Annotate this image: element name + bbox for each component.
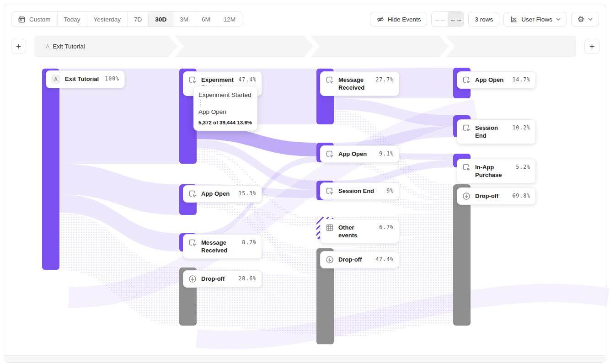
date-range-3m[interactable]: 3M xyxy=(173,12,195,27)
chevron-separator-icon xyxy=(442,36,452,57)
eye-off-icon xyxy=(376,16,384,23)
flow-node-percent: 69.8% xyxy=(512,192,530,200)
flow-node-percent: 47.4% xyxy=(238,76,257,84)
flow-node-percent: 6.7% xyxy=(379,224,394,231)
cursor-click-icon xyxy=(188,76,197,84)
flow-node-label: Drop-off xyxy=(475,192,508,200)
chart-type-label: User Flows xyxy=(521,16,552,23)
date-range-7d[interactable]: 7D xyxy=(127,12,148,27)
flow-node-c3-drop-off[interactable]: Drop-off47.4% xyxy=(320,251,399,268)
step-event-name: Exit Tutorial xyxy=(53,43,85,50)
flow-step-header: A Exit Tutorial xyxy=(34,36,576,57)
flow-node-c2-message-received[interactable]: Message Received8.7% xyxy=(183,234,262,259)
flow-node-percent: 10.2% xyxy=(512,124,530,132)
date-range-today[interactable]: Today xyxy=(57,12,87,27)
cursor-click-icon xyxy=(462,76,471,84)
flow-bar-c4-drop-off[interactable] xyxy=(453,184,471,326)
flow-node-percent: 100% xyxy=(105,75,119,83)
flow-node-c1-exit-tutorial[interactable]: AExit Tutorial100% xyxy=(46,70,125,88)
drop-off-icon xyxy=(326,256,334,264)
flow-node-c3-app-open[interactable]: App Open9.1% xyxy=(320,145,399,163)
flow-node-percent: 5.2% xyxy=(516,163,530,171)
flow-node-label: App Open xyxy=(201,190,234,198)
flow-node-percent: 9.1% xyxy=(379,150,394,158)
date-range-label: Custom xyxy=(29,16,51,23)
rows-button[interactable]: 3 rows xyxy=(468,12,499,27)
horizontal-scrollbar-track[interactable] xyxy=(4,355,605,362)
date-range-30d[interactable]: 30D xyxy=(148,12,173,27)
flow-node-label: Message Received xyxy=(338,76,371,91)
step-letter: A xyxy=(46,43,49,50)
plus-icon: + xyxy=(16,42,21,52)
flow-node-percent: 27.7% xyxy=(375,76,394,84)
flow-link-tooltip: Experiment Started App Open 5,372 of 39,… xyxy=(193,86,257,131)
flow-node-c3-message-received[interactable]: Message Received27.7% xyxy=(320,71,399,96)
flow-node-c4-in-app-purchase[interactable]: In-App Purchase5.2% xyxy=(457,159,536,183)
flow-node-label: Session End xyxy=(475,124,508,139)
tooltip-source-event: Experiment Started xyxy=(198,91,252,99)
other-events-icon xyxy=(326,224,334,232)
flow-node-percent: 8.7% xyxy=(242,239,257,246)
collapse-columns-button[interactable]: →← xyxy=(432,12,448,27)
chart-type-dropdown[interactable]: User Flows xyxy=(503,12,567,27)
add-step-right-button[interactable]: + xyxy=(584,39,599,54)
flow-node-c4-drop-off[interactable]: Drop-off69.8% xyxy=(457,187,536,205)
flow-node-label: Drop-off xyxy=(201,275,234,283)
cursor-click-icon xyxy=(462,124,471,132)
user-flows-icon xyxy=(510,16,518,23)
flow-node-c4-session-end[interactable]: Session End10.2% xyxy=(457,119,536,144)
chevron-separator-icon xyxy=(306,36,316,57)
flow-node-percent: 14.7% xyxy=(512,76,530,84)
flow-node-c3-other-events[interactable]: Other events6.7% xyxy=(320,219,399,244)
cursor-click-icon xyxy=(188,239,197,247)
gear-icon: ⚙ xyxy=(578,16,584,23)
expand-columns-button[interactable]: ←→ xyxy=(448,12,464,27)
flow-node-label: Other events xyxy=(338,224,375,239)
flow-node-percent: 9% xyxy=(386,187,394,195)
flow-node-percent: 28.6% xyxy=(238,275,257,283)
date-range-6m[interactable]: 6M xyxy=(195,12,217,27)
drop-off-icon xyxy=(188,275,197,283)
plus-icon: + xyxy=(589,42,594,52)
date-range-12m[interactable]: 12M xyxy=(217,12,242,27)
rows-label: 3 rows xyxy=(475,16,493,23)
flow-bar-c1-exit-tutorial[interactable] xyxy=(42,69,59,270)
chevron-down-icon xyxy=(556,18,561,21)
flow-node-c4-app-open[interactable]: App Open14.7% xyxy=(457,71,536,89)
settings-dropdown[interactable]: ⚙ xyxy=(571,12,599,27)
step-separators xyxy=(34,36,576,57)
flow-node-label: In-App Purchase xyxy=(475,163,511,179)
step-1-label[interactable]: A Exit Tutorial xyxy=(46,36,85,57)
flow-node-label: Exit Tutorial xyxy=(65,75,100,83)
tooltip-target-event: App Open xyxy=(198,108,252,116)
cursor-click-icon xyxy=(326,187,334,195)
flow-node-label: Session End xyxy=(338,187,382,195)
flow-node-c3-session-end[interactable]: Session End9% xyxy=(320,182,399,200)
flow-node-percent: 47.4% xyxy=(375,256,394,263)
tooltip-stat: 5,372 of 39,444 13.6% xyxy=(198,120,252,125)
chevron-separator-icon xyxy=(171,36,181,57)
cursor-click-icon xyxy=(326,150,334,158)
flow-node-label: Drop-off xyxy=(338,256,371,263)
step-letter-badge: A xyxy=(51,75,60,84)
tooltip-connector xyxy=(200,100,201,107)
flow-node-c2-app-open[interactable]: App Open15.3% xyxy=(183,185,262,203)
toolbar-right-group: Hide Events →← ←→ 3 rows User Flows ⚙ xyxy=(370,11,599,27)
add-step-left-button[interactable]: + xyxy=(11,39,26,54)
flow-node-c2-drop-off[interactable]: Drop-off28.6% xyxy=(183,270,262,288)
date-range-group: Custom Today Yesterday 7D 30D 3M 6M 12M xyxy=(11,11,242,27)
cursor-click-icon xyxy=(462,163,471,171)
date-range-yesterday[interactable]: Yesterday xyxy=(87,12,128,27)
cursor-click-icon xyxy=(188,190,197,198)
flow-node-label: Message Received xyxy=(201,239,237,254)
date-range-custom[interactable]: Custom xyxy=(11,12,57,27)
column-width-toggle: →← ←→ xyxy=(431,11,464,27)
expand-icon: ←→ xyxy=(450,16,462,23)
flow-node-label: App Open xyxy=(338,150,375,158)
flow-node-label: App Open xyxy=(475,76,508,84)
hide-events-button[interactable]: Hide Events xyxy=(370,12,428,27)
hide-events-label: Hide Events xyxy=(388,16,421,23)
chevron-down-icon xyxy=(588,18,593,21)
cursor-click-icon xyxy=(326,76,334,84)
collapse-icon: →← xyxy=(434,16,446,23)
